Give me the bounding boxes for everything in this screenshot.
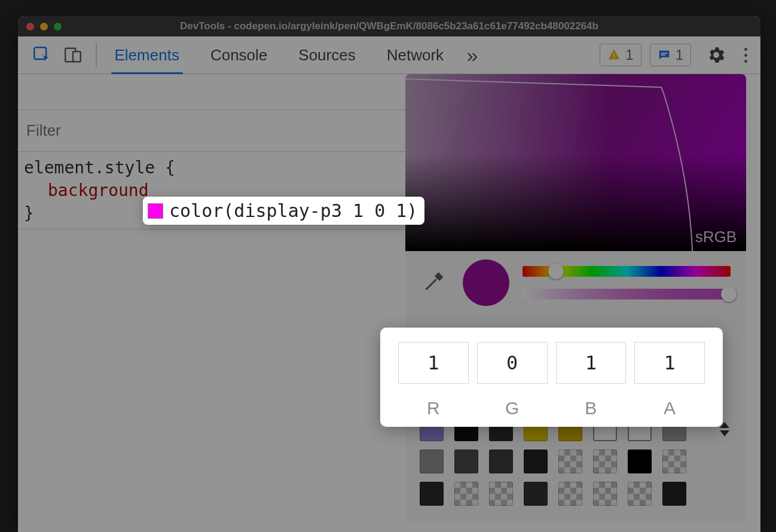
channel-b-input[interactable]: 1	[556, 342, 627, 384]
palette-swatch[interactable]	[593, 482, 617, 506]
alpha-thumb[interactable]	[721, 286, 737, 302]
styles-top-section	[18, 74, 405, 110]
tab-network[interactable]: Network	[387, 36, 444, 74]
color-palette	[405, 412, 746, 521]
palette-swatch[interactable]	[524, 450, 548, 473]
devtools-window: DevTools - codepen.io/argyleink/pen/QWBg…	[18, 16, 760, 532]
warnings-badge[interactable]: 1	[600, 44, 641, 66]
hue-thumb[interactable]	[548, 264, 564, 279]
message-icon	[658, 48, 671, 62]
palette-swatch[interactable]	[593, 450, 617, 473]
palette-swatch[interactable]	[420, 450, 444, 473]
svg-rect-4	[613, 57, 615, 59]
palette-swatch[interactable]	[524, 482, 548, 506]
palette-swatch[interactable]	[628, 482, 652, 506]
more-options-icon[interactable]	[737, 48, 754, 63]
styles-pane: element.style { background }	[18, 74, 405, 532]
gamut-label: sRGB	[695, 228, 737, 246]
palette-swatch[interactable]	[558, 482, 582, 506]
window-zoom-button[interactable]	[54, 23, 62, 30]
color-value-tooltip: color(display-p3 1 0 1)	[143, 197, 424, 225]
palette-swatch[interactable]	[662, 482, 686, 506]
window-minimize-button[interactable]	[40, 23, 48, 30]
channel-r-input[interactable]: 1	[398, 342, 469, 384]
window-titlebar: DevTools - codepen.io/argyleink/pen/QWBg…	[18, 16, 760, 36]
hue-slider[interactable]	[523, 266, 731, 277]
inspect-element-icon[interactable]	[29, 42, 55, 68]
toolbar-divider	[96, 43, 97, 67]
channel-g-label: G	[477, 398, 548, 418]
color-value-text[interactable]: color(display-p3 1 0 1)	[169, 200, 417, 221]
alpha-slider[interactable]	[523, 289, 731, 299]
palette-swatch[interactable]	[628, 450, 652, 473]
channel-b-label: B	[556, 398, 627, 418]
eyedropper-icon[interactable]	[423, 271, 447, 295]
window-traffic-lights	[26, 23, 62, 30]
color-swatch-icon[interactable]	[148, 203, 163, 219]
styles-filter-input[interactable]	[26, 121, 397, 140]
channel-a-label: A	[634, 398, 705, 418]
rgba-inputs: 1 0 1 1 R G B A	[380, 328, 723, 427]
svg-rect-3	[613, 53, 615, 57]
devtools-main: element.style { background } sRGB	[18, 74, 760, 532]
color-spectrum[interactable]: sRGB	[405, 74, 746, 251]
channel-g-input[interactable]: 0	[477, 342, 548, 384]
palette-swatch[interactable]	[662, 450, 686, 473]
tab-elements[interactable]: Elements	[115, 36, 179, 74]
tab-sources[interactable]: Sources	[298, 36, 355, 74]
settings-icon[interactable]	[703, 42, 729, 68]
messages-badge[interactable]: 1	[650, 44, 691, 66]
warning-icon	[607, 48, 621, 62]
css-close-brace: }	[24, 203, 34, 223]
device-toolbar-icon[interactable]	[60, 42, 86, 68]
palette-swatch[interactable]	[454, 450, 478, 473]
svg-rect-6	[661, 54, 665, 56]
tab-console[interactable]: Console	[210, 36, 267, 74]
warnings-count: 1	[625, 47, 633, 63]
window-title: DevTools - codepen.io/argyleink/pen/QWBg…	[18, 20, 760, 32]
css-selector: element.style {	[24, 158, 175, 178]
svg-rect-5	[661, 53, 667, 54]
styles-filter-row	[18, 110, 405, 152]
css-property-name[interactable]: background	[48, 181, 149, 200]
palette-swatch[interactable]	[489, 450, 513, 473]
palette-swatch[interactable]	[558, 450, 582, 473]
svg-rect-2	[73, 51, 81, 62]
palette-swatch[interactable]	[420, 482, 444, 506]
messages-count: 1	[676, 47, 683, 63]
palette-swatch[interactable]	[489, 482, 513, 506]
color-preview	[463, 259, 509, 306]
picker-controls	[405, 251, 746, 311]
gamut-overlay	[405, 74, 746, 251]
overflow-tabs-icon[interactable]: »	[459, 42, 485, 68]
window-close-button[interactable]	[26, 23, 34, 30]
color-picker: sRGB	[405, 74, 746, 521]
channel-r-label: R	[398, 398, 469, 418]
palette-swatch[interactable]	[454, 482, 478, 506]
devtools-toolbar: Elements Console Sources Network » 1 1	[18, 36, 760, 74]
channel-a-input[interactable]: 1	[634, 342, 705, 384]
